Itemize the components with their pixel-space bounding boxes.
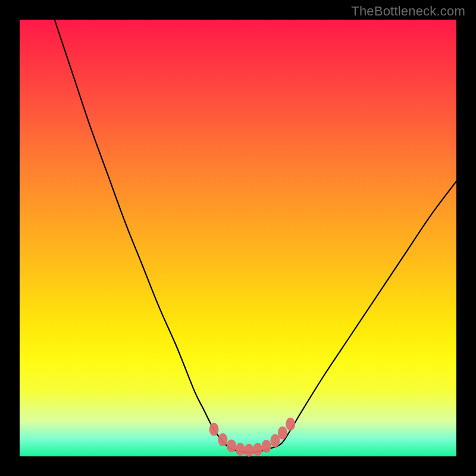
watermark-text: TheBottleneck.com <box>351 4 465 19</box>
bottleneck-curve <box>55 20 456 453</box>
chart-svg <box>20 20 456 456</box>
sample-points <box>209 418 296 457</box>
chart-frame: TheBottleneck.com <box>0 0 476 476</box>
sample-point <box>209 423 219 436</box>
sample-point <box>286 418 295 431</box>
sample-point <box>218 433 227 446</box>
sample-point <box>262 440 271 453</box>
sample-point <box>227 439 236 452</box>
sample-point <box>236 443 245 456</box>
sample-point <box>278 426 287 439</box>
sample-point <box>244 444 253 457</box>
sample-point <box>253 443 262 456</box>
plot-area <box>20 20 456 456</box>
